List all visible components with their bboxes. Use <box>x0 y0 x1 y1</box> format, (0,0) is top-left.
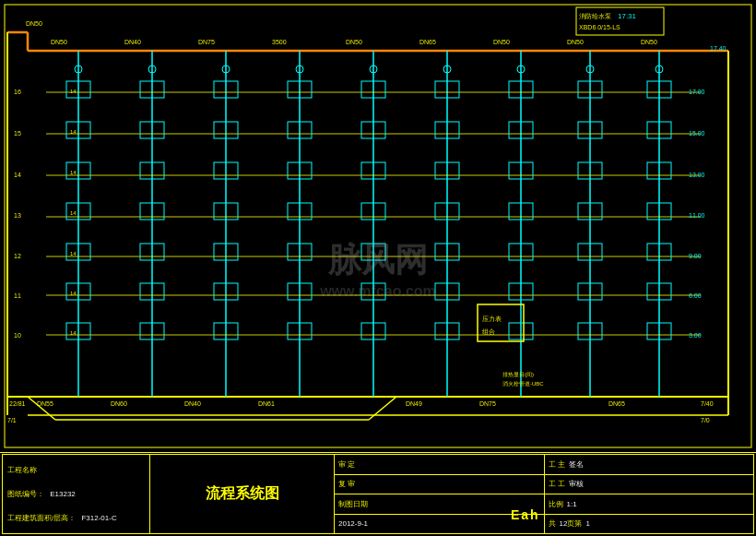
proj-lead-row: 工 主 签名 <box>545 455 754 475</box>
svg-text:DN65: DN65 <box>608 400 625 407</box>
svg-text:10: 10 <box>14 332 21 339</box>
svg-text:17.00: 17.00 <box>689 89 705 95</box>
main-canvas: 16 15 14 13 12 11 10 17.00 15.00 13.00 1… <box>0 0 756 536</box>
reviewer-row: 工 工 审核 <box>545 475 754 495</box>
svg-text:DN49: DN49 <box>406 400 422 407</box>
svg-text:14: 14 <box>70 129 77 135</box>
svg-text:14: 14 <box>70 291 77 296</box>
standard-row: 工程建筑面积/层高： F312-01-C <box>7 513 145 523</box>
svg-text:7/0: 7/0 <box>701 417 710 423</box>
checker-row: 复 审 <box>335 475 544 495</box>
svg-text:17.40: 17.40 <box>710 45 726 52</box>
svg-text:6.00: 6.00 <box>689 292 702 299</box>
title-center: 工程名称 图纸编号： E13232 工程建筑面积/层高： F312-01-C 流… <box>2 454 754 534</box>
svg-text:DN50: DN50 <box>26 20 42 27</box>
svg-text:消防给水泵: 消防给水泵 <box>579 13 611 20</box>
svg-text:13: 13 <box>14 212 21 219</box>
svg-text:DN60: DN60 <box>111 400 127 407</box>
svg-text:14: 14 <box>70 251 77 256</box>
svg-text:压力表: 压力表 <box>482 316 502 322</box>
svg-text:7/40: 7/40 <box>701 400 714 407</box>
svg-text:DN55: DN55 <box>37 400 53 407</box>
svg-text:7/1: 7/1 <box>7 417 17 423</box>
cad-svg: 16 15 14 13 12 11 10 17.00 15.00 13.00 1… <box>0 0 756 452</box>
cad-area: 16 15 14 13 12 11 10 17.00 15.00 13.00 1… <box>0 0 756 452</box>
svg-text:3500: 3500 <box>272 39 287 45</box>
svg-text:DN40: DN40 <box>184 400 201 407</box>
svg-text:22/81: 22/81 <box>9 400 26 407</box>
svg-text:11: 11 <box>14 292 21 299</box>
svg-line-121 <box>369 397 396 420</box>
svg-text:DN75: DN75 <box>479 400 496 407</box>
svg-text:DN50: DN50 <box>493 39 510 45</box>
svg-text:11.00: 11.00 <box>689 212 705 219</box>
svg-text:16: 16 <box>14 89 21 95</box>
svg-text:XBD6.0/15-LS: XBD6.0/15-LS <box>579 24 620 30</box>
svg-text:14: 14 <box>70 89 77 94</box>
svg-text:组合: 组合 <box>482 328 495 335</box>
svg-text:14: 14 <box>14 172 21 178</box>
svg-text:DN50: DN50 <box>51 39 67 45</box>
svg-text:14: 14 <box>70 170 77 175</box>
svg-text:排热显目(间): 排热显目(间) <box>502 372 534 377</box>
title-block: 工程名称 图纸编号： E13232 工程建筑面积/层高： F312-01-C 流… <box>0 452 756 536</box>
svg-text:14: 14 <box>70 330 77 336</box>
project-name-row: 工程名称 <box>7 465 145 475</box>
sheet-row: 共 12 页第 1 <box>545 515 754 534</box>
svg-rect-0 <box>5 5 751 447</box>
title-info-left: 工程名称 图纸编号： E13232 工程建筑面积/层高： F312-01-C <box>3 455 150 533</box>
svg-text:DN61: DN61 <box>258 400 275 407</box>
svg-text:15: 15 <box>14 130 21 137</box>
svg-text:DN40: DN40 <box>124 39 141 45</box>
eah-text: Eah <box>511 507 540 522</box>
svg-text:DN50: DN50 <box>641 39 657 45</box>
drawing-name: 流程系统图 <box>150 455 335 533</box>
svg-text:9.00: 9.00 <box>689 253 702 259</box>
svg-text:3.00: 3.00 <box>689 332 702 339</box>
title-meta: 审 定 复 审 制图日期 2012-9-1 <box>335 455 753 533</box>
svg-text:13.00: 13.00 <box>689 172 705 178</box>
svg-text:DN75: DN75 <box>198 39 215 45</box>
project-number-row: 图纸编号： E13232 <box>7 489 145 499</box>
scale-row: 比例 1:1 <box>545 494 754 515</box>
svg-text:DN50: DN50 <box>567 39 584 45</box>
svg-text:消火栓管道-UBC: 消火栓管道-UBC <box>502 381 544 387</box>
svg-text:14: 14 <box>70 210 77 216</box>
svg-text:DN65: DN65 <box>419 39 436 45</box>
meta-col-2: 工 主 签名 工 工 审核 比例 1:1 共 12 页第 <box>545 455 754 533</box>
svg-text:DN50: DN50 <box>346 39 362 45</box>
svg-text:17.31: 17.31 <box>618 12 637 20</box>
designer-row: 审 定 <box>335 455 544 475</box>
svg-text:15.00: 15.00 <box>689 130 705 137</box>
svg-text:12: 12 <box>14 253 21 259</box>
